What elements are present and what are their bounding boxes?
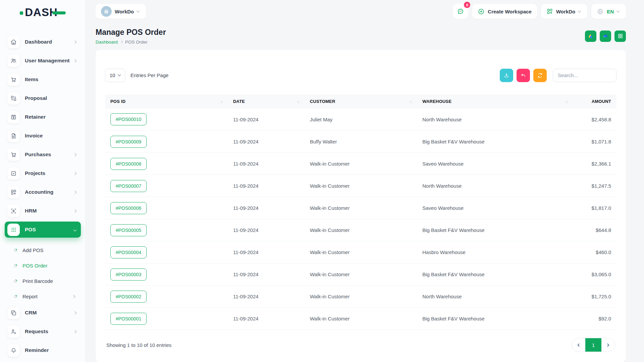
check-square-icon	[7, 167, 20, 180]
pos-id-cell: #POS00002	[105, 286, 228, 308]
chevron-right-icon	[73, 190, 77, 194]
breadcrumb-current: POS Order	[125, 40, 148, 45]
submenu-item-label: POS Order	[22, 263, 76, 268]
date-cell: 11-09-2024	[228, 153, 305, 175]
chevron-right-icon	[72, 295, 75, 298]
customer-cell: Walk-in Customer	[305, 153, 417, 175]
sidebar-item-accounting[interactable]: Accounting	[5, 184, 81, 200]
breadcrumb-dashboard-link[interactable]: Dashboard	[96, 40, 118, 45]
column-header-warehouse[interactable]: WAREHOUSE↑↓	[417, 95, 573, 109]
next-page-button[interactable]	[601, 338, 615, 352]
workspace-avatar	[101, 6, 112, 17]
amount-cell: $2,458.8	[573, 109, 616, 131]
table-header-row: POS ID↑↓ DATE↑↓ CUSTOMER↑↓ WAREHOUSE↑↓ A…	[105, 95, 616, 109]
integration-buttons	[585, 31, 626, 42]
google-drive-button[interactable]	[585, 31, 596, 42]
table-row: #POS00005 11-09-2024 Walk-in Customer Bi…	[105, 219, 616, 241]
page-number-button[interactable]: 1	[585, 338, 601, 352]
chevron-down-icon	[73, 228, 77, 231]
app-logo[interactable]: DASH	[0, 0, 86, 24]
plus-circle-icon	[478, 8, 485, 15]
entries-per-page-select[interactable]: 10	[105, 69, 125, 82]
warehouse-cell: North Warehouse	[417, 175, 573, 197]
sidebar-item-label: Projects	[25, 170, 74, 176]
onedrive-icon	[602, 33, 609, 39]
pos-order-table: POS ID↑↓ DATE↑↓ CUSTOMER↑↓ WAREHOUSE↑↓ A…	[105, 95, 616, 330]
logo-dot-icon	[20, 11, 23, 15]
pos-id-link[interactable]: #POS00003	[110, 268, 147, 281]
pos-id-link[interactable]: #POS00002	[110, 291, 147, 303]
pos-id-link[interactable]: #POS00004	[110, 246, 147, 258]
floppy-icon	[7, 111, 20, 123]
undo-button[interactable]	[517, 69, 530, 82]
customer-cell: Buffy Walter	[305, 131, 417, 153]
submenu-item-add-pos[interactable]: Add POS	[5, 242, 81, 258]
chevron-right-icon	[73, 172, 77, 175]
sidebar-item-reminder[interactable]: Reminder	[5, 342, 81, 358]
pos-id-cell: #POS00007	[105, 175, 228, 197]
pos-id-link[interactable]: #POS00010	[110, 113, 147, 125]
column-header-pos-id[interactable]: POS ID↑↓	[105, 95, 228, 109]
sidebar-item-hrm[interactable]: HRM	[5, 203, 81, 219]
cart-icon	[7, 148, 20, 161]
pos-id-link[interactable]: #POS00008	[110, 158, 147, 170]
submenu-item-pos-order[interactable]: POS Order	[5, 258, 81, 273]
onedrive-button[interactable]	[600, 31, 611, 42]
column-header-date[interactable]: DATE↑↓	[228, 95, 305, 109]
chevron-right-icon	[73, 209, 77, 213]
messages-button[interactable]: 0	[453, 4, 468, 19]
previous-page-button[interactable]	[572, 338, 585, 352]
grid-view-button[interactable]	[614, 31, 626, 42]
sidebar-item-invoice[interactable]: Invoice	[5, 128, 81, 144]
export-button[interactable]	[500, 69, 513, 82]
entries-per-page-label: Entries Per Page	[130, 72, 168, 78]
sidebar-item-pos[interactable]: POS	[5, 222, 81, 238]
chevron-right-icon	[606, 343, 609, 347]
pos-id-link[interactable]: #POS00001	[110, 313, 147, 325]
search-input[interactable]	[553, 69, 616, 82]
download-icon	[503, 72, 509, 78]
pos-id-link[interactable]: #POS00006	[110, 202, 147, 214]
amount-cell: $644.8	[573, 219, 616, 241]
customer-cell: Walk-in Customer	[305, 241, 417, 263]
sidebar-item-user-management[interactable]: User Management	[5, 53, 81, 69]
workspace-dropdown[interactable]: WorkDo	[541, 4, 587, 19]
sidebar: DASH Dashboard User Management Items	[0, 0, 86, 362]
customer-cell: Juliet May	[305, 109, 417, 131]
pos-id-link[interactable]: #POS00005	[110, 224, 147, 236]
date-cell: 11-09-2024	[228, 241, 305, 263]
refresh-button[interactable]	[533, 69, 547, 82]
table-row: #POS00003 11-09-2024 Walk-in Customer Bi…	[105, 263, 616, 286]
submenu-item-label: Report	[22, 294, 72, 299]
sidebar-item-proposal[interactable]: Proposal	[5, 90, 81, 106]
date-cell: 11-09-2024	[228, 131, 305, 153]
sidebar-item-requests[interactable]: Requests	[5, 323, 81, 340]
topbar-actions: 0 Create Workspace WorkDo EN	[453, 4, 626, 19]
submenu-item-print-barcode[interactable]: Print Barcode	[5, 273, 81, 289]
pos-id-link[interactable]: #POS00009	[110, 136, 147, 148]
warehouse-cell: Hasbro Warehouse	[417, 241, 573, 263]
date-cell: 11-09-2024	[228, 175, 305, 197]
topbar: WorkDo 0 Create Workspace WorkDo	[96, 0, 626, 23]
customer-cell: Walk-in Customer	[305, 175, 417, 197]
submenu-item-report[interactable]: Report	[5, 289, 81, 304]
sidebar-item-projects[interactable]: Projects	[5, 165, 81, 181]
sidebar-item-purchases[interactable]: Purchases	[5, 146, 81, 163]
pos-id-link[interactable]: #POS00007	[110, 180, 147, 192]
sidebar-item-items[interactable]: Items	[5, 71, 81, 87]
create-workspace-button[interactable]: Create Workspace	[472, 4, 537, 19]
workspace-switcher[interactable]: WorkDo	[96, 4, 146, 19]
date-cell: 11-09-2024	[228, 308, 305, 330]
column-header-customer[interactable]: CUSTOMER↑↓	[305, 95, 417, 109]
language-selector[interactable]: EN	[591, 4, 626, 19]
pos-id-cell: #POS00003	[105, 263, 228, 286]
customer-cell: Walk-in Customer	[305, 263, 417, 286]
sidebar-item-crm[interactable]: CRM	[5, 305, 81, 321]
pos-order-card: 10 Entries Per Page	[96, 50, 626, 362]
sidebar-item-dashboard[interactable]: Dashboard	[5, 34, 81, 50]
sidebar-item-retainer[interactable]: Retainer	[5, 109, 81, 125]
chevron-right-icon	[73, 311, 77, 314]
table-row: #POS00002 11-09-2024 Walk-in Customer No…	[105, 286, 616, 308]
customer-cell: Walk-in Customer	[305, 286, 417, 308]
date-cell: 11-09-2024	[228, 219, 305, 241]
